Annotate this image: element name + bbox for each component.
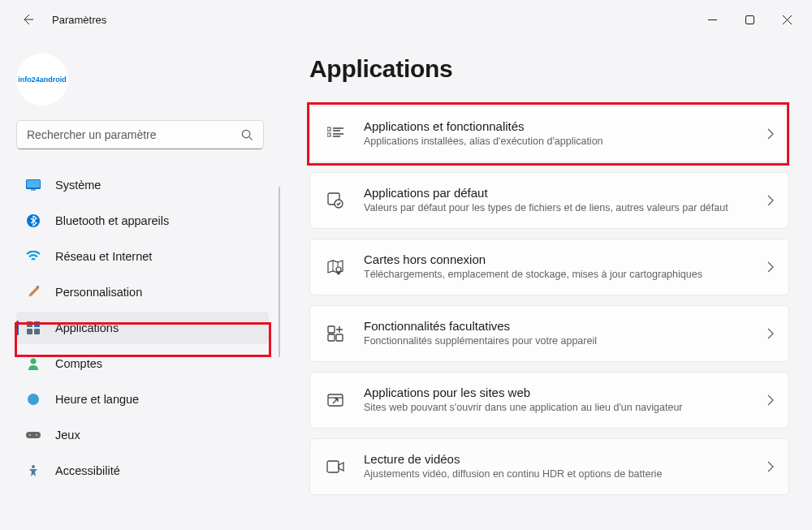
chevron-right-icon: [767, 394, 774, 406]
page-title: Applications: [309, 55, 789, 83]
card-subtitle: Ajustements vidéo, diffusion en continu …: [364, 468, 767, 481]
svg-rect-10: [34, 329, 40, 334]
sidebar-item-label: Accessibilité: [55, 464, 120, 477]
sidebar-item-label: Système: [55, 179, 101, 192]
minimize-icon: [708, 15, 717, 24]
monitor-icon: [26, 178, 41, 192]
card-title: Applications par défaut: [364, 186, 767, 200]
svg-rect-7: [27, 321, 32, 327]
main-content: Applications Applications et fonctionnal…: [280, 39, 812, 530]
sidebar-item-system[interactable]: Système: [16, 169, 269, 201]
apps-icon: [26, 321, 41, 335]
card-subtitle: Fonctionnalités supplémentaires pour vot…: [364, 334, 767, 348]
nav-list: Système Bluetooth et appareils Réseau et…: [16, 169, 280, 487]
svg-rect-3: [27, 180, 40, 187]
list-details-icon: [325, 127, 346, 141]
back-button[interactable]: [19, 11, 36, 28]
sidebar-item-label: Heure et langue: [55, 393, 139, 406]
sidebar-item-label: Bluetooth et appareils: [55, 214, 169, 227]
chevron-right-icon: [767, 195, 774, 206]
settings-card-list: Applications et fonctionnalités Applicat…: [309, 106, 789, 495]
close-icon: [783, 15, 792, 24]
card-apps-features[interactable]: Applications et fonctionnalités Applicat…: [309, 106, 789, 162]
svg-rect-24: [336, 334, 343, 341]
sidebar-item-personalization[interactable]: Personnalisation: [16, 276, 269, 308]
window-title: Paramètres: [52, 14, 106, 26]
search-input[interactable]: [27, 128, 241, 141]
svg-point-14: [29, 434, 31, 436]
avatar[interactable]: info24android: [16, 54, 68, 106]
arrow-left-icon: [21, 13, 34, 26]
sidebar-item-accessibility[interactable]: Accessibilité: [16, 455, 269, 487]
card-title: Fonctionnalités facultatives: [364, 319, 767, 333]
search-input-wrapper[interactable]: [16, 120, 264, 149]
card-title: Applications pour les sites web: [364, 386, 767, 399]
sidebar-item-label: Comptes: [55, 357, 102, 370]
search-icon: [241, 129, 253, 141]
bluetooth-icon: [26, 213, 41, 228]
svg-rect-26: [327, 461, 339, 472]
svg-rect-22: [328, 326, 335, 333]
sidebar-item-label: Jeux: [55, 429, 80, 442]
card-subtitle: Téléchargements, emplacement de stockage…: [364, 268, 767, 282]
svg-point-1: [242, 130, 249, 137]
open-window-icon: [325, 392, 346, 408]
sidebar-item-applications[interactable]: Applications: [16, 312, 269, 344]
sidebar-item-label: Applications: [55, 321, 119, 334]
sidebar-item-label: Personnalisation: [55, 286, 142, 299]
svg-rect-0: [745, 15, 754, 24]
titlebar: Paramètres: [0, 0, 812, 39]
card-optional-features[interactable]: Fonctionnalités facultatives Fonctionnal…: [309, 305, 789, 362]
svg-rect-17: [327, 127, 330, 131]
svg-point-21: [336, 267, 341, 272]
svg-rect-9: [27, 329, 32, 334]
features-icon: [325, 325, 346, 342]
svg-point-11: [31, 359, 37, 364]
sidebar-item-bluetooth[interactable]: Bluetooth et appareils: [16, 205, 269, 237]
map-pin-icon: [325, 259, 346, 275]
card-title: Lecture de vidéos: [364, 452, 767, 466]
svg-point-12: [28, 394, 39, 405]
chevron-right-icon: [767, 328, 774, 339]
avatar-image: info24android: [18, 75, 67, 84]
card-default-apps[interactable]: Applications par défaut Valeurs par défa…: [309, 172, 789, 229]
maximize-icon: [745, 15, 754, 24]
sidebar-item-network[interactable]: Réseau et Internet: [16, 240, 269, 273]
sidebar-item-gaming[interactable]: Jeux: [16, 419, 269, 451]
chevron-right-icon: [767, 261, 774, 273]
card-offline-maps[interactable]: Cartes hors connexion Téléchargements, e…: [309, 239, 789, 295]
svg-rect-25: [328, 394, 343, 406]
maximize-button[interactable]: [731, 6, 768, 32]
card-subtitle: Valeurs par défaut pour les types de fic…: [364, 201, 767, 215]
svg-point-16: [32, 465, 35, 468]
sidebar-item-label: Réseau et Internet: [55, 250, 152, 263]
chevron-right-icon: [767, 461, 774, 472]
card-video-playback[interactable]: Lecture de vidéos Ajustements vidéo, dif…: [309, 438, 789, 495]
sidebar-item-accounts[interactable]: Comptes: [16, 347, 269, 380]
card-title: Cartes hors connexion: [364, 252, 767, 266]
card-subtitle: Sites web pouvant s'ouvrir dans une appl…: [364, 401, 767, 415]
wifi-icon: [26, 249, 41, 264]
svg-rect-4: [31, 189, 36, 191]
card-subtitle: Applications installées, alias d'exécuti…: [364, 135, 767, 149]
svg-rect-8: [34, 321, 40, 327]
svg-point-15: [36, 434, 37, 436]
chevron-right-icon: [767, 128, 774, 140]
video-icon: [325, 460, 346, 473]
close-button[interactable]: [768, 6, 806, 32]
sidebar-scrollbar[interactable]: [279, 187, 280, 357]
sidebar: info24android Système Bluetooth et appar…: [0, 39, 280, 530]
sidebar-item-time-language[interactable]: Heure et langue: [16, 383, 269, 416]
gamepad-icon: [26, 428, 41, 442]
svg-rect-23: [328, 334, 335, 341]
globe-icon: [26, 392, 41, 407]
svg-rect-13: [26, 432, 41, 438]
svg-rect-18: [327, 133, 330, 136]
minimize-button[interactable]: [693, 6, 731, 32]
person-icon: [26, 356, 41, 371]
default-app-icon: [325, 192, 346, 209]
brush-icon: [26, 285, 41, 299]
card-apps-for-websites[interactable]: Applications pour les sites web Sites we…: [309, 372, 789, 429]
accessibility-icon: [26, 463, 41, 478]
card-title: Applications et fonctionnalités: [364, 119, 767, 133]
